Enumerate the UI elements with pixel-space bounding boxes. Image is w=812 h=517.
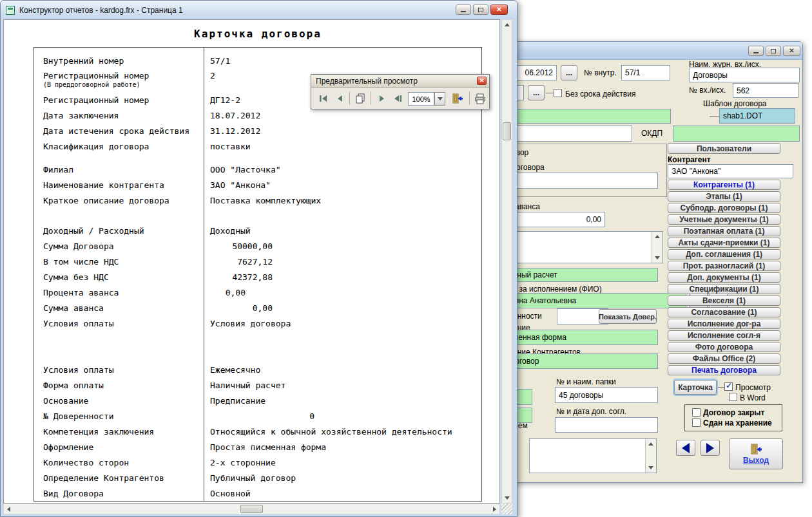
storage-checkbox[interactable] <box>692 418 701 427</box>
next-record-button[interactable] <box>701 440 720 456</box>
panel-button[interactable]: Согласование (1) <box>668 307 780 317</box>
note-textbox[interactable] <box>529 438 657 473</box>
panel-button[interactable]: Этапы (1) <box>668 191 780 202</box>
report-row-value: 0 <box>210 411 481 421</box>
template-path-field[interactable] <box>490 109 671 124</box>
panel-button[interactable]: Векселя (1) <box>668 296 780 306</box>
scroll-left-icon[interactable] <box>4 504 14 514</box>
close-preview-button[interactable]: ✕ <box>477 77 487 85</box>
panel-button[interactable]: Спецификации (1) <box>668 284 780 294</box>
maximize-button[interactable] <box>766 46 781 56</box>
textbox-scrollbar[interactable] <box>645 439 656 473</box>
report-row-value: ООО "Ласточка" <box>210 165 481 174</box>
report-row-label: Оформление <box>43 442 93 452</box>
exit-door-icon <box>451 93 464 104</box>
closed-checkbox[interactable] <box>692 408 701 417</box>
report-row-sublabel: (В преддоговорной работе) <box>43 81 149 88</box>
scroll-down-icon[interactable] <box>653 253 662 263</box>
close-icon: ✕ <box>479 78 485 84</box>
word-checkbox[interactable] <box>729 393 737 401</box>
minimize-button[interactable] <box>748 46 764 56</box>
template-file-field[interactable]: shab1.DOT <box>719 108 795 124</box>
report-row-value: Доходный <box>210 226 481 236</box>
show-dover-button[interactable]: Показать Довер. <box>599 309 657 324</box>
panel-button[interactable]: Исполнение дог-ра <box>668 319 780 329</box>
vertical-scrollbar[interactable] <box>501 19 512 503</box>
prev-arrow-icon <box>682 443 690 453</box>
scroll-up-icon[interactable] <box>502 20 512 30</box>
term-browse-button[interactable]: ... <box>528 85 545 100</box>
folder-field[interactable]: 45 договоры <box>555 387 658 403</box>
date-browse-button[interactable]: ... <box>561 65 577 80</box>
report-row-label: В том числе НДС <box>43 257 119 267</box>
fio-field[interactable]: ева Инна Анатольевна <box>490 293 686 308</box>
report-row: ОснованиеПредписание <box>34 393 481 408</box>
report-row-label: Условия оплаты <box>43 365 114 375</box>
close-button[interactable]: ✕ <box>490 5 508 15</box>
panel-button[interactable]: Контрагенты (1) <box>668 180 780 190</box>
textbox-scrollbar[interactable] <box>652 232 662 263</box>
exit-label: Выход <box>743 456 769 465</box>
panel-button[interactable]: Субподр. договоры (1) <box>668 203 780 213</box>
connector-line <box>718 387 724 388</box>
first-page-button[interactable] <box>316 91 331 106</box>
report-row: Форма оплатыНаличный расчет <box>34 377 481 393</box>
contract-window-titlebar[interactable]: ✕ <box>508 42 802 60</box>
report-row-label: Класификация договора <box>43 142 149 151</box>
panel-button[interactable]: Учетные документы (1) <box>668 214 780 225</box>
preview-toolbar-titlebar[interactable]: Предварительный просмотр <box>311 75 489 88</box>
zoom-select[interactable]: 100% <box>408 92 434 106</box>
last-page-button[interactable] <box>390 91 404 106</box>
maximize-icon <box>478 8 483 12</box>
report-window-title: Конструктор отчетов - kardog.frx - Стран… <box>19 6 183 15</box>
print-button[interactable] <box>472 91 488 106</box>
panel-button[interactable]: Фото договора <box>668 342 780 352</box>
panel-button[interactable]: Поэтапная оплата (1) <box>668 226 780 236</box>
toolbar-separator <box>371 91 371 105</box>
panel-button[interactable]: Файлы Office (2) <box>668 353 780 364</box>
exit-button[interactable]: Выход <box>729 438 783 469</box>
resize-grip[interactable] <box>501 503 512 514</box>
panel-button[interactable]: Исполнение согл-я <box>668 330 780 341</box>
contragent-field[interactable]: ЗАО "Анкона" <box>668 164 793 178</box>
close-button[interactable]: ✕ <box>783 46 800 56</box>
preview-checkbox[interactable] <box>724 382 733 391</box>
report-row-label: № Доверенности <box>43 411 114 421</box>
scroll-down-icon[interactable] <box>502 493 512 503</box>
scroll-down-icon[interactable] <box>646 463 655 473</box>
vnutr-field[interactable]: 57/1 <box>621 65 670 80</box>
panel-button[interactable]: Акты сдачи-приемки (1) <box>668 238 780 248</box>
horizontal-scrollbar[interactable] <box>3 503 500 514</box>
okdp-field[interactable] <box>673 126 800 142</box>
prev-record-button[interactable] <box>676 440 695 456</box>
scroll-right-icon[interactable] <box>490 504 499 514</box>
report-row-label: Сумма без НДС <box>43 272 109 282</box>
previous-page-button[interactable] <box>333 91 347 106</box>
vhod-field[interactable]: 562 <box>733 83 798 98</box>
horizontal-scroll-thumb[interactable] <box>240 505 263 513</box>
zoom-dropdown-button[interactable] <box>434 92 445 106</box>
report-row: Сумма Договора50000,00 <box>34 238 481 254</box>
panel-button[interactable]: Печать договора <box>668 365 780 375</box>
pages-button[interactable] <box>353 91 367 106</box>
report-row-label: Регистрационный номер <box>43 95 149 105</box>
no-term-checkbox[interactable] <box>554 89 562 97</box>
dop-sogl-field[interactable] <box>555 417 658 433</box>
report-title: Карточка договора <box>34 28 482 40</box>
scroll-up-icon[interactable] <box>646 439 655 449</box>
panel-button[interactable]: Прот. разногласий (1) <box>668 261 780 271</box>
panel-button[interactable]: Доп. документы (1) <box>668 272 780 283</box>
report-row: Условия оплатыУсловия договора <box>34 315 481 331</box>
report-row-label: Сумма аванса <box>43 303 104 313</box>
next-page-button[interactable] <box>374 91 389 106</box>
panel-button[interactable]: Доп. соглашения (1) <box>668 249 780 259</box>
vertical-scroll-thumb[interactable] <box>503 122 511 140</box>
close-preview-door-button[interactable] <box>449 91 466 106</box>
journal-field[interactable]: Договоры <box>689 68 800 82</box>
users-button[interactable]: Пользователи <box>668 143 780 154</box>
report-window-titlebar[interactable]: Конструктор отчетов - kardog.frx - Стран… <box>1 1 517 19</box>
card-button[interactable]: Карточка <box>674 380 717 395</box>
minimize-button[interactable] <box>456 5 471 15</box>
scroll-up-icon[interactable] <box>653 232 662 241</box>
maximize-button[interactable] <box>473 5 488 15</box>
